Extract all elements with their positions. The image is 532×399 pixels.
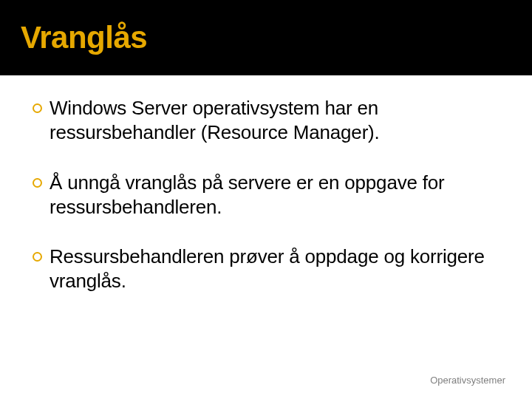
slide-title: Vranglås bbox=[21, 20, 147, 55]
bullet-item: Windows Server operativsystem har en res… bbox=[33, 96, 499, 146]
bullet-text: Windows Server operativsystem har en res… bbox=[50, 96, 499, 146]
ring-icon bbox=[33, 178, 42, 188]
title-bar: Vranglås bbox=[0, 0, 532, 75]
bullet-text: Å unngå vranglås på servere er en oppgav… bbox=[50, 171, 499, 220]
bullet-item: Å unngå vranglås på servere er en oppgav… bbox=[33, 171, 499, 220]
bullet-text: Ressursbehandleren prøver å oppdage og k… bbox=[50, 245, 499, 294]
ring-icon bbox=[33, 252, 42, 262]
slide-content: Windows Server operativsystem har en res… bbox=[0, 75, 532, 294]
bullet-item: Ressursbehandleren prøver å oppdage og k… bbox=[33, 245, 499, 294]
ring-icon bbox=[33, 103, 42, 113]
footer-label: Operativsystemer bbox=[430, 375, 505, 386]
